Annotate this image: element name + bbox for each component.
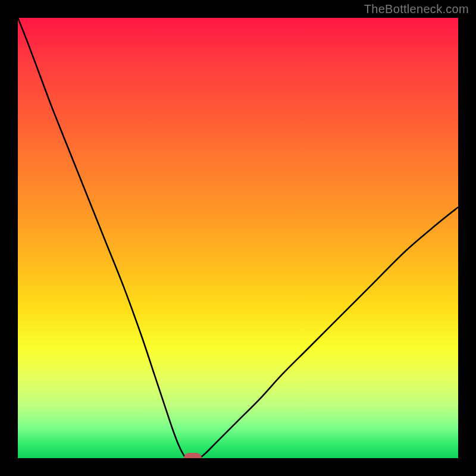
optimal-marker-icon bbox=[184, 453, 202, 458]
watermark-text: TheBottleneck.com bbox=[364, 2, 469, 16]
chart-frame: TheBottleneck.com bbox=[0, 0, 476, 476]
bottleneck-curve-line bbox=[18, 18, 458, 458]
curve-svg bbox=[18, 18, 458, 458]
plot-area bbox=[18, 18, 458, 458]
